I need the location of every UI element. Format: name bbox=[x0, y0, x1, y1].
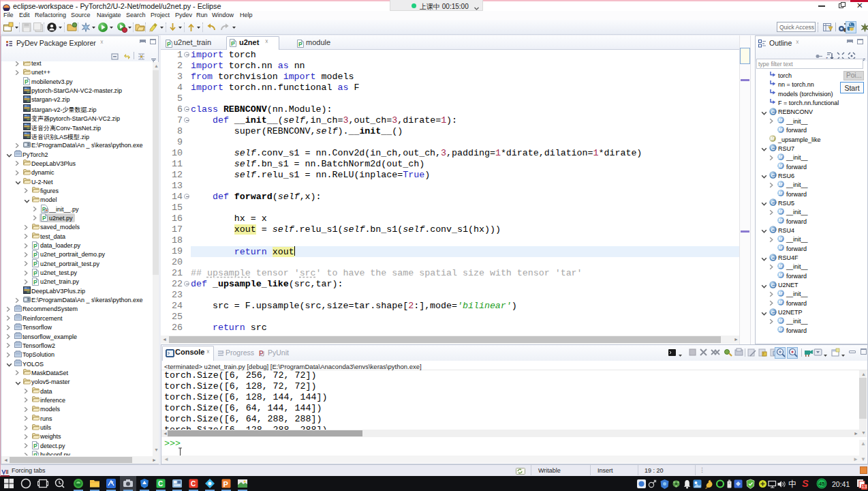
svg-text:M: M bbox=[778, 299, 783, 306]
svg-text:P: P bbox=[33, 443, 37, 449]
svg-text:P: P bbox=[33, 451, 37, 456]
svg-text:C: C bbox=[191, 480, 196, 488]
svg-text:P: P bbox=[33, 252, 37, 258]
svg-text:M: M bbox=[778, 126, 783, 132]
svg-text:M: M bbox=[778, 263, 783, 269]
svg-text:C: C bbox=[771, 254, 775, 261]
svg-text:P: P bbox=[223, 480, 228, 488]
svg-text:P: P bbox=[33, 269, 37, 276]
svg-text:P: P bbox=[167, 41, 171, 48]
svg-text:M: M bbox=[778, 327, 783, 333]
svg-text:M: M bbox=[778, 153, 783, 160]
svg-text:M: M bbox=[778, 163, 783, 169]
svg-text:M: M bbox=[778, 209, 783, 215]
svg-text:P: P bbox=[33, 279, 37, 286]
svg-text:C: C bbox=[771, 173, 775, 179]
svg-text:M: M bbox=[778, 181, 783, 187]
svg-text:M: M bbox=[778, 272, 783, 278]
svg-text:P: P bbox=[25, 78, 29, 85]
svg-text:M: M bbox=[778, 318, 783, 324]
svg-text:M: M bbox=[778, 236, 783, 242]
svg-text:P: P bbox=[231, 40, 235, 47]
svg-text:M: M bbox=[778, 291, 783, 297]
svg-text:M: M bbox=[770, 136, 775, 142]
svg-text:M: M bbox=[778, 218, 783, 224]
svg-text:C: C bbox=[771, 227, 775, 233]
svg-text:P: P bbox=[42, 215, 46, 222]
svg-text:C: C bbox=[771, 108, 775, 115]
svg-text:C: C bbox=[771, 200, 775, 206]
svg-text:45: 45 bbox=[819, 481, 825, 487]
svg-text:C: C bbox=[158, 480, 163, 488]
svg-text:M: M bbox=[778, 190, 783, 196]
svg-text:M: M bbox=[778, 245, 783, 251]
svg-text:C: C bbox=[771, 309, 775, 315]
svg-text:P: P bbox=[33, 242, 37, 249]
svg-text:S: S bbox=[802, 478, 809, 489]
svg-text:P: P bbox=[33, 261, 37, 267]
svg-text:中: 中 bbox=[788, 479, 797, 489]
svg-text:M: M bbox=[778, 117, 783, 123]
svg-text:P: P bbox=[298, 41, 303, 48]
svg-text:C: C bbox=[771, 282, 775, 288]
svg-text:C: C bbox=[771, 145, 775, 151]
